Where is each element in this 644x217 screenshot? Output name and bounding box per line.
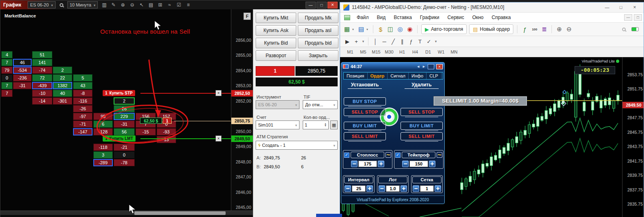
vtp-close-button[interactable]: [436, 64, 443, 69]
list-icon[interactable]: ≡: [183, 1, 193, 9]
arrows-icon[interactable]: ✓: [425, 37, 433, 45]
order-qty-stepper[interactable]: 1: [303, 120, 329, 129]
tab-Сигнал[interactable]: Сигнал: [388, 73, 409, 79]
grid-value[interactable]: 1: [420, 185, 434, 192]
cancel-limit-button[interactable]: [215, 135, 222, 142]
zoom-out-icon[interactable]: ⊖: [564, 25, 573, 34]
buy-ask-button[interactable]: Купить Ask: [256, 25, 296, 36]
tf-W1[interactable]: W1: [435, 48, 447, 56]
lot-minus-button[interactable]: [379, 185, 385, 192]
caret-icon[interactable]: ▾: [361, 37, 365, 45]
f-button[interactable]: F: [243, 13, 251, 20]
tif-select[interactable]: До отм...: [303, 100, 338, 109]
scrollbar-thumb[interactable]: [134, 211, 226, 215]
tab-Позиция[interactable]: Позиция: [344, 73, 368, 79]
grid-plus-button[interactable]: [435, 185, 441, 192]
profiles-icon[interactable]: ▤: [357, 25, 366, 34]
buy-limit-tag[interactable]: 1 Купить LMT: [103, 135, 136, 142]
takeprofit-checkbox[interactable]: [395, 153, 401, 158]
tf-M15[interactable]: M15: [370, 48, 382, 56]
set-sell-stop-button[interactable]: SELL STOP: [344, 108, 386, 116]
close-button[interactable]: [629, 4, 640, 11]
cursor-icon[interactable]: ▶: [343, 37, 351, 45]
maximize-button[interactable]: [317, 2, 327, 9]
autotrade-button[interactable]: ▶Авто-торговля: [421, 24, 467, 34]
spinner-arrows-icon[interactable]: [324, 123, 327, 127]
fibo-icon[interactable]: ƒ: [407, 37, 415, 45]
interval-minus-button[interactable]: [345, 185, 351, 192]
tf-MN[interactable]: MN: [448, 48, 460, 56]
delete-sell-stop-button[interactable]: SELL STOP: [401, 108, 443, 116]
zoom-in-icon[interactable]: ⊕: [118, 1, 127, 9]
search-icon[interactable]: [622, 28, 626, 31]
tf-D1[interactable]: D1: [422, 48, 434, 56]
indicator-icon[interactable]: ≈: [165, 1, 174, 9]
tf-M1[interactable]: M1: [344, 48, 356, 56]
new-chart-icon[interactable]: ▦: [342, 25, 351, 34]
lot-value[interactable]: 1.0: [386, 185, 400, 192]
next-arrow-icon[interactable]: [422, 64, 426, 69]
menu-item-Окно[interactable]: Окно: [468, 15, 488, 20]
menu-item-Файл[interactable]: Файл: [353, 15, 373, 20]
tf-H1[interactable]: H1: [396, 48, 408, 56]
report-icon[interactable]: ▤: [146, 1, 155, 9]
tf-M30[interactable]: M30: [383, 48, 395, 56]
channel-icon[interactable]: ∥: [398, 37, 406, 45]
dom-grid-button[interactable]: [330, 120, 338, 129]
minimize-button[interactable]: [306, 2, 316, 9]
navigator-icon[interactable]: ◎: [396, 25, 405, 34]
child-minimize-button[interactable]: [624, 14, 632, 21]
buy-stop-tag[interactable]: 1 Купить STP: [103, 90, 135, 96]
window-grid-icon[interactable]: ⊞: [155, 1, 165, 9]
new-order-button[interactable]: ▤Новый ордер: [469, 24, 513, 34]
menu-item-Графики[interactable]: Графики: [416, 15, 444, 20]
draw-icon[interactable]: ✎: [109, 1, 118, 9]
menu-item-Сервис[interactable]: Сервис: [444, 15, 468, 20]
trailing-icon[interactable]: [386, 152, 391, 158]
chart-style-icon[interactable]: ▥: [99, 1, 109, 9]
stoploss-checkbox[interactable]: [344, 153, 349, 158]
chevron-down-icon[interactable]: [366, 28, 370, 31]
set-buy-limit-button[interactable]: BUY LIMIT: [344, 122, 386, 130]
tab-Инфо[interactable]: Инфо: [409, 73, 426, 79]
search-icon[interactable]: [60, 3, 63, 7]
lot-plus-button[interactable]: [401, 185, 407, 192]
signals-icon[interactable]: ◉: [405, 25, 414, 34]
delete-buy-limit-button[interactable]: BUY LIMIT: [401, 122, 443, 130]
interval-plus-button[interactable]: [366, 185, 373, 192]
pointer-icon[interactable]: ↖: [137, 1, 146, 9]
sell-market-button[interactable]: Продать Mk: [298, 13, 338, 23]
menu-item-Справка[interactable]: Справка: [488, 15, 515, 20]
close-position-button[interactable]: Закрыть: [298, 50, 338, 61]
trendline-icon[interactable]: ╱: [389, 37, 397, 45]
atm-strategy-select[interactable]: Создать - 1: [256, 141, 338, 150]
tf-M5[interactable]: M5: [357, 48, 369, 56]
templates-icon[interactable]: ≣: [540, 25, 549, 34]
horizontal-scrollbar[interactable]: [0, 211, 253, 215]
prev-arrow-icon[interactable]: [416, 64, 420, 69]
buy-market-button[interactable]: Купить Mkt: [256, 13, 296, 23]
chevron-down-icon[interactable]: [352, 28, 356, 31]
text-icon[interactable]: T: [416, 37, 424, 45]
buy-bid-button[interactable]: Купить Bid: [256, 38, 296, 48]
menu-item-Вставка[interactable]: Вставка: [390, 15, 416, 20]
set-buy-stop-button[interactable]: BUY STOP: [344, 97, 386, 105]
indicators-icon[interactable]: ƒ: [520, 25, 529, 34]
set-sell-limit-button[interactable]: SELL LIMIT: [344, 132, 386, 140]
vline-icon[interactable]: │: [371, 37, 379, 45]
tf-H4[interactable]: H4: [409, 48, 421, 56]
stoploss-value[interactable]: 175: [358, 161, 377, 167]
zoom-in-icon[interactable]: ⊕: [555, 25, 564, 34]
instrument-dropdown[interactable]: ES 06-20: [28, 1, 55, 9]
periods-icon[interactable]: 100: [530, 25, 539, 34]
grid-minus-button[interactable]: [413, 185, 419, 192]
stoploss-minus-button[interactable]: [351, 161, 358, 167]
candlestick-chart[interactable]: 44:37 ПозицияОрдерСигналИнфоCLP Установи…: [340, 57, 644, 217]
trailing-icon[interactable]: [437, 152, 442, 158]
price-axis[interactable]: F 2856,002855,002854,002853,002852,00285…: [231, 9, 253, 211]
hline-icon[interactable]: ─: [380, 37, 388, 45]
zoom-out-icon[interactable]: ⊖: [127, 1, 137, 9]
reverse-button[interactable]: Разворот: [256, 50, 296, 61]
instrument-select[interactable]: ES 06-20: [256, 100, 299, 109]
data-window-icon[interactable]: ◫: [386, 25, 395, 34]
